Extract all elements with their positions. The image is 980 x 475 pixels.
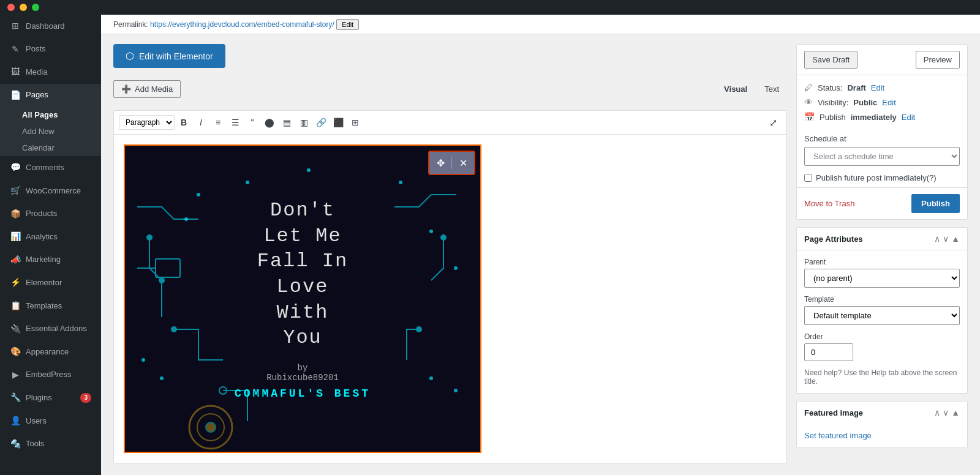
sidebar-item-pages[interactable]: 📄 Pages <box>0 84 101 107</box>
schedule-label: Schedule at <box>804 134 960 143</box>
paragraph-style-select[interactable]: Paragraph Heading 1 Heading 2 <box>119 115 175 130</box>
link-button[interactable]: 🔗 <box>313 114 329 130</box>
visibility-edit-link[interactable]: Edit <box>882 98 895 107</box>
minimize-dot[interactable] <box>20 4 27 11</box>
elementor-icon: ⚡ <box>10 277 21 289</box>
sidebar-item-tools[interactable]: 🔩 Tools <box>0 433 101 456</box>
add-media-button[interactable]: ➕ Add Media <box>113 80 181 98</box>
sidebar-item-users[interactable]: 👤 Users <box>0 410 101 433</box>
parent-label: Parent <box>804 258 960 266</box>
image-container: Don'tLet MeFall InLoveWithYou byRubixcub… <box>124 144 481 453</box>
featured-collapse-down-icon[interactable]: ∨ <box>943 408 949 417</box>
publish-header: Save Draft Preview <box>797 45 967 75</box>
featured-image-box: Featured image ∧ ∨ ▲ Set featured image <box>796 401 968 448</box>
publish-timing-edit-link[interactable]: Edit <box>902 113 915 122</box>
italic-button[interactable]: I <box>193 114 209 130</box>
order-input[interactable]: 0 <box>804 343 853 361</box>
unordered-list-button[interactable]: ≡ <box>210 114 226 130</box>
edit-elementor-button[interactable]: ⬡ Edit with Elementor <box>113 44 225 68</box>
bold-button[interactable]: B <box>176 114 192 130</box>
story-brand: COMMAFUL'S BEST <box>235 387 371 400</box>
set-featured-image-link[interactable]: Set featured image <box>797 424 967 447</box>
align-center-button[interactable]: ▤ <box>279 114 295 130</box>
story-title: Don'tLet MeFall InLoveWithYou <box>235 198 371 351</box>
publish-body: 🖊 Status: Draft Edit 👁 Visibility: Publi… <box>797 75 967 134</box>
page-attributes-body: Parent (no parent) Template Default temp… <box>797 250 967 393</box>
template-label: Template <box>804 295 960 304</box>
sidebar-item-templates[interactable]: 📋 Templates <box>0 294 101 318</box>
align-left-button[interactable]: ⬤ <box>262 114 277 130</box>
svg-point-15 <box>429 230 433 233</box>
svg-point-0 <box>147 235 152 240</box>
sidebar-item-posts[interactable]: ✎ Posts <box>0 38 101 61</box>
featured-collapse-up-icon[interactable]: ∧ <box>934 408 940 417</box>
sidebar-item-plugins[interactable]: 🔧 Plugins 3 <box>0 386 101 410</box>
main-content: Permalink: https://everything.jdevcloud.… <box>101 0 980 475</box>
submenu-add-new[interactable]: Add New <box>0 123 101 140</box>
featured-pin-icon[interactable]: ▲ <box>951 408 960 417</box>
move-trash-link[interactable]: Move to Trash <box>804 199 854 208</box>
sidebar-item-elementor[interactable]: ⚡ Elementor <box>0 271 101 294</box>
close-dot[interactable] <box>7 4 15 11</box>
users-icon: 👤 <box>10 415 21 427</box>
svg-point-16 <box>454 266 458 270</box>
sidebar-item-products[interactable]: 📦 Products <box>0 203 101 226</box>
editor-wrapper: Paragraph Heading 1 Heading 2 B I ≡ ☰ " … <box>113 110 786 463</box>
featured-image-header[interactable]: Featured image ∧ ∨ ▲ <box>797 402 967 424</box>
sidebar-item-dashboard[interactable]: ⊞ Dashboard <box>0 15 101 38</box>
sidebar-item-embedpress[interactable]: ▶ EmbedPress <box>0 364 101 387</box>
save-draft-button[interactable]: Save Draft <box>804 51 858 69</box>
window-chrome <box>0 0 101 15</box>
permalink-edit-button[interactable]: Edit <box>336 19 359 30</box>
preview-button[interactable]: Preview <box>916 51 960 69</box>
featured-image-controls: ∧ ∨ ▲ <box>934 408 960 417</box>
svg-point-20 <box>454 389 458 392</box>
template-select[interactable]: Default template <box>804 306 960 325</box>
editor-content-area[interactable]: Don'tLet MeFall InLoveWithYou byRubixcub… <box>114 135 786 463</box>
svg-rect-4 <box>156 259 180 277</box>
pages-icon: 📄 <box>10 89 21 102</box>
admin-bar <box>101 0 980 15</box>
templates-icon: 📋 <box>10 300 21 312</box>
page-attributes-header[interactable]: Page Attributes ∧ ∨ ▲ <box>797 228 967 250</box>
sidebar-item-appearance[interactable]: 🎨 Appearance <box>0 340 101 364</box>
schedule-time-select[interactable]: Select a schedule time <box>804 147 960 166</box>
expand-editor-button[interactable]: ⤢ <box>765 114 781 130</box>
permalink-url[interactable]: https://everything.jdevcloud.com/embed-c… <box>150 20 334 29</box>
woocommerce-icon: 🛒 <box>10 185 21 197</box>
sidebar: ⊞ Dashboard ✎ Posts 🖼 Media 📄 Pages All … <box>0 0 101 475</box>
svg-point-9 <box>206 422 216 432</box>
tab-visual[interactable]: Visual <box>717 82 755 96</box>
sidebar-item-marketing[interactable]: 📣 Marketing <box>0 249 101 272</box>
status-edit-link[interactable]: Edit <box>871 83 884 92</box>
schedule-section: Schedule at Select a schedule time <box>797 134 967 173</box>
svg-point-2 <box>172 327 176 332</box>
sidebar-item-media[interactable]: 🖼 Media <box>0 61 101 84</box>
right-sidebar: Save Draft Preview 🖊 Status: Draft Edit … <box>796 44 968 465</box>
table-button[interactable]: ⊞ <box>347 114 363 130</box>
media-icon: 🖼 <box>10 66 21 78</box>
align-right-button[interactable]: ▥ <box>296 114 312 130</box>
submenu-calendar[interactable]: Calendar <box>0 140 101 156</box>
tab-text[interactable]: Text <box>757 82 786 96</box>
featured-image-title: Featured image <box>804 408 863 417</box>
publish-button[interactable]: Publish <box>911 194 960 213</box>
svg-point-14 <box>399 181 402 184</box>
story-author: byRubixcube89201 <box>235 363 371 383</box>
collapse-down-icon[interactable]: ∨ <box>943 234 949 244</box>
sidebar-item-analytics[interactable]: 📊 Analytics <box>0 225 101 249</box>
collapse-up-icon[interactable]: ∧ <box>934 234 940 244</box>
submenu-all-pages[interactable]: All Pages <box>0 107 101 123</box>
posts-icon: ✎ <box>10 43 21 56</box>
blockquote-button[interactable]: " <box>244 114 260 130</box>
add-media-icon: ➕ <box>121 84 131 94</box>
sidebar-item-comments[interactable]: 💬 Comments <box>0 156 101 179</box>
publish-immediately-checkbox[interactable] <box>804 174 812 182</box>
maximize-dot[interactable] <box>32 4 39 11</box>
insert-button[interactable]: ⬛ <box>330 114 346 130</box>
sidebar-item-woocommerce[interactable]: 🛒 WooCommerce <box>0 179 101 203</box>
ordered-list-button[interactable]: ☰ <box>227 114 243 130</box>
parent-select[interactable]: (no parent) <box>804 269 960 288</box>
sidebar-item-essential-addons[interactable]: 🔌 Essential Addons <box>0 318 101 341</box>
pin-icon[interactable]: ▲ <box>951 234 960 244</box>
